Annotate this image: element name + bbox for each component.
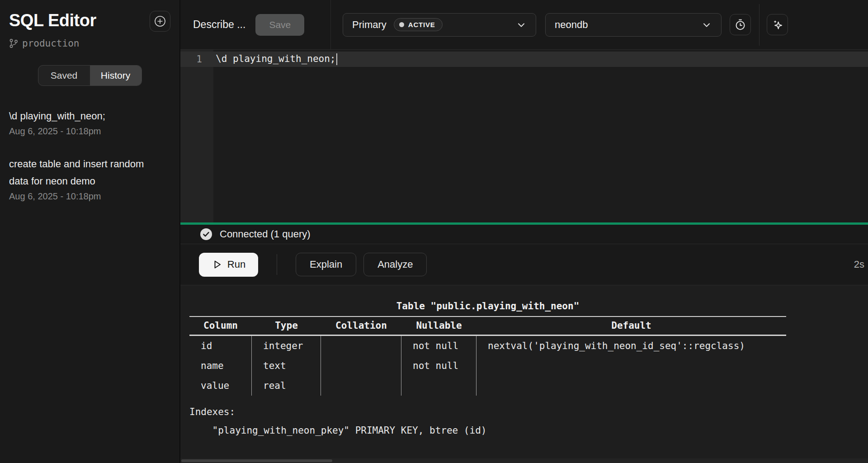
code-text: \d playing_with_neon; xyxy=(213,53,337,65)
result-cell: text xyxy=(252,356,321,376)
page-title: SQL Editor xyxy=(9,11,96,30)
result-cell xyxy=(321,336,401,356)
run-button[interactable]: Run xyxy=(199,253,258,277)
sparkles-icon xyxy=(771,19,784,31)
stopwatch-icon xyxy=(734,19,746,31)
result-table-title: Table "public.playing_with_neon" xyxy=(189,297,786,316)
history-item-timestamp: Aug 6, 2025 - 10:18pm xyxy=(9,126,170,137)
result-cell: value xyxy=(189,376,252,396)
result-column-header: Column xyxy=(189,317,252,336)
horizontal-scrollbar-thumb[interactable] xyxy=(181,459,332,462)
index-definition: "playing_with_neon_pkey" PRIMARY KEY, bt… xyxy=(189,421,786,440)
history-item-title: \d playing_with_neon; xyxy=(9,108,165,125)
branch-name: production xyxy=(22,38,79,49)
topbar-divider xyxy=(759,4,760,46)
result-cell: nextval('playing_with_neon_id_seq'::regc… xyxy=(476,336,786,356)
save-button[interactable]: Save xyxy=(255,14,304,36)
sidebar-header: SQL Editor xyxy=(9,11,170,32)
result-cell: id xyxy=(189,336,252,356)
history-list: \d playing_with_neon; Aug 6, 2025 - 10:1… xyxy=(9,108,170,202)
result-column-header: Type xyxy=(252,317,321,336)
query-results-panel: Table "public.playing_with_neon" ColumnT… xyxy=(180,285,868,463)
connection-status-bar: Connected (1 query) xyxy=(180,222,868,244)
sql-editor-app: SQL Editor production Saved History xyxy=(0,0,868,463)
result-column-header: Collation xyxy=(321,317,401,336)
database-selector-value: neondb xyxy=(555,19,588,31)
query-toolbar: Run Explain Analyze 2s xyxy=(180,244,868,285)
result-cell xyxy=(321,376,401,396)
check-circle-icon xyxy=(199,227,213,241)
run-button-label: Run xyxy=(227,259,245,270)
result-cell: integer xyxy=(252,336,321,356)
tab-history[interactable]: History xyxy=(90,66,142,85)
result-cell: name xyxy=(189,356,252,376)
sidebar: SQL Editor production Saved History xyxy=(0,0,180,463)
ai-assist-button[interactable] xyxy=(767,14,788,35)
psql-output: Table "public.playing_with_neon" ColumnT… xyxy=(189,285,786,440)
play-icon xyxy=(212,259,222,270)
result-cell: real xyxy=(252,376,321,396)
tab-saved[interactable]: Saved xyxy=(38,66,90,85)
result-cell xyxy=(401,376,476,396)
analyze-button[interactable]: Analyze xyxy=(363,253,427,276)
result-cell xyxy=(476,376,786,396)
result-cell: not null xyxy=(401,356,476,376)
indexes-label: Indexes: xyxy=(189,403,786,421)
new-query-button[interactable] xyxy=(150,11,170,32)
sql-code-editor[interactable]: 1 \d playing_with_neon; xyxy=(180,50,868,222)
branch-selector-value: Primary xyxy=(352,19,387,31)
editor-topbar: Describe ... Save Primary ACTIVE xyxy=(180,0,868,50)
active-status-badge: ACTIVE xyxy=(394,18,443,31)
history-item-title: create table and insert random data for … xyxy=(9,156,165,190)
plus-circle-icon xyxy=(154,15,166,27)
active-badge-label: ACTIVE xyxy=(408,21,435,28)
result-cell: not null xyxy=(401,336,476,356)
query-timer-button[interactable] xyxy=(730,14,751,35)
explain-button[interactable]: Explain xyxy=(296,253,356,276)
query-title: Describe ... xyxy=(193,19,245,31)
editor-active-line[interactable]: 1 \d playing_with_neon; xyxy=(180,52,868,67)
status-dot-icon xyxy=(399,22,404,27)
query-duration: 2s xyxy=(854,259,868,270)
line-number: 1 xyxy=(180,54,213,65)
branch-selector-dropdown[interactable]: Primary ACTIVE xyxy=(343,13,536,37)
branch-indicator: production xyxy=(9,38,170,49)
text-cursor xyxy=(336,53,337,65)
database-selector-dropdown[interactable]: neondb xyxy=(545,13,722,37)
history-item-timestamp: Aug 6, 2025 - 10:18pm xyxy=(9,191,170,202)
connection-status-text: Connected (1 query) xyxy=(220,228,311,240)
history-item[interactable]: create table and insert random data for … xyxy=(9,156,170,202)
history-item[interactable]: \d playing_with_neon; Aug 6, 2025 - 10:1… xyxy=(9,108,170,137)
result-cell xyxy=(321,356,401,376)
connection-controls: Primary ACTIVE neondb xyxy=(331,0,868,49)
chevron-down-icon xyxy=(516,19,527,30)
main-panel: Describe ... Save Primary ACTIVE xyxy=(180,0,868,463)
saved-history-toggle: Saved History xyxy=(38,65,142,86)
result-column-header: Nullable xyxy=(401,317,476,336)
toolbar-divider xyxy=(277,254,277,275)
editor-gutter xyxy=(180,50,213,222)
results-table: ColumnTypeCollationNullableDefaultidinte… xyxy=(189,316,786,396)
result-column-header: Default xyxy=(476,317,786,336)
git-branch-icon xyxy=(9,38,18,48)
result-cell xyxy=(476,356,786,376)
chevron-down-icon xyxy=(701,19,712,30)
query-title-section: Describe ... Save xyxy=(180,0,331,49)
